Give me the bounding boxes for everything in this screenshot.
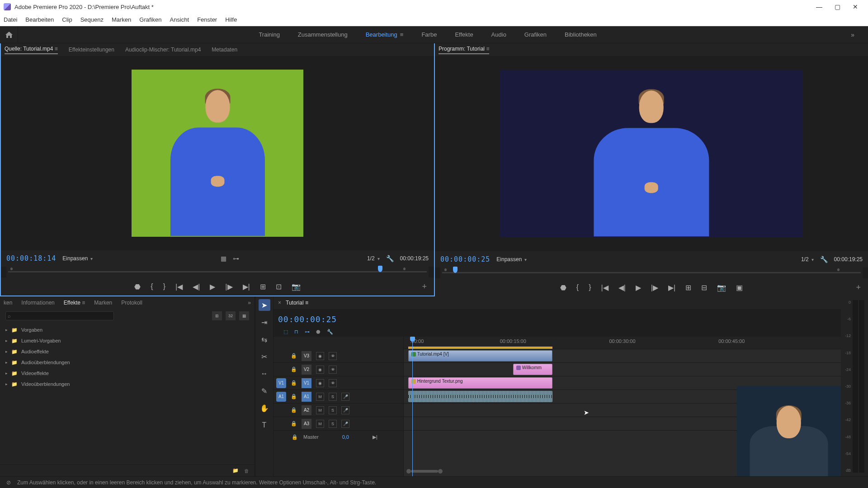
source-timecode[interactable]: 00:00:18:14 (6, 254, 56, 263)
tree-item-videoueberblendungen[interactable]: ▸📁Videoüberblendungen (4, 379, 251, 389)
tab-audio-mixer[interactable]: Audioclip-Mischer: Tutorial.mp4 (125, 47, 201, 53)
lift-icon[interactable]: ⊞ (685, 283, 691, 292)
mark-out-icon[interactable]: } (589, 283, 591, 291)
wrench-icon[interactable]: 🔧 (820, 256, 828, 263)
mark-out-icon[interactable]: } (163, 282, 165, 291)
menu-datei[interactable]: Datei (4, 16, 17, 23)
tab-ken[interactable]: ken (4, 300, 12, 306)
menu-ansicht[interactable]: Ansicht (170, 16, 189, 23)
tree-item-videoeffekte[interactable]: ▸📁Videoeffekte (4, 368, 251, 379)
track-header-a1[interactable]: A1🔒A1MS🎤 (274, 390, 403, 404)
tab-marken[interactable]: Marken (94, 300, 112, 306)
menu-sequenz[interactable]: Sequenz (80, 16, 104, 23)
clip-hintergrund[interactable]: Hintergrund Textur.png (408, 377, 552, 389)
insert-sequence-icon[interactable]: ⬚ (283, 329, 288, 335)
selection-tool[interactable]: ➤ (259, 299, 270, 311)
go-to-in-icon[interactable]: |◀ (601, 283, 609, 292)
panel-overflow-icon[interactable]: » (248, 300, 251, 306)
tab-protokoll[interactable]: Protokoll (121, 300, 142, 306)
type-tool[interactable]: T (259, 419, 270, 431)
timeline-timecode[interactable]: 00:00:00:25 (278, 314, 337, 324)
comparison-view-icon[interactable]: ▣ (736, 283, 743, 292)
zoom-scroll-left[interactable] (406, 469, 411, 474)
workspace-farbe[interactable]: Farbe (421, 31, 437, 38)
step-forward-icon[interactable]: |▶ (225, 282, 232, 291)
tab-effect-controls[interactable]: Effekteinstellungen (69, 47, 114, 53)
snap-icon[interactable]: ⊓ (294, 329, 298, 335)
timeline-settings-icon[interactable]: 🔧 (327, 329, 333, 335)
new-bin-icon[interactable]: 📁 (232, 468, 239, 474)
workspace-effekte[interactable]: Effekte (455, 31, 473, 38)
source-scrub-bar[interactable] (6, 267, 429, 277)
workspace-zusammenstellung[interactable]: Zusammenstellung (298, 31, 348, 38)
track-select-tool[interactable]: ⇥ (259, 316, 270, 328)
workspace-training[interactable]: Training (259, 31, 279, 38)
workspace-overflow-icon[interactable]: » (851, 31, 854, 38)
timeline-playhead[interactable] (412, 337, 413, 476)
track-header-v1[interactable]: V1🔒V1◉👁 (274, 376, 403, 390)
track-v3[interactable]: Tutorial.mp4 [V] (404, 349, 841, 363)
tab-metadata[interactable]: Metadaten (212, 47, 237, 53)
workspace-grafiken[interactable]: Grafiken (524, 31, 547, 38)
program-scrub-bar[interactable] (440, 267, 863, 278)
step-back-icon[interactable]: ◀| (193, 282, 200, 291)
time-ruler[interactable]: :00:00 00:00:15:00 00:00:30:00 00:00:45:… (404, 337, 841, 349)
export-frame-icon[interactable]: 📷 (717, 283, 726, 292)
workspace-audio[interactable]: Audio (491, 31, 506, 38)
menu-bearbeiten[interactable]: Bearbeiten (25, 16, 54, 23)
extract-icon[interactable]: ⊟ (701, 283, 707, 292)
track-header-v3[interactable]: 🔒V3◉👁 (274, 349, 403, 363)
track-v2[interactable]: Willkomm (404, 363, 841, 376)
source-res-select[interactable]: 1/2▾ (367, 255, 380, 262)
wrench-icon[interactable]: 🔧 (386, 255, 394, 262)
menu-clip[interactable]: Clip (62, 16, 72, 23)
tree-item-vorgaben[interactable]: ▸📁Vorgaben (4, 324, 251, 335)
tree-item-lumetri[interactable]: ▸📁Lumetri-Vorgaben (4, 335, 251, 346)
add-marker-icon[interactable]: ⬣ (560, 283, 566, 292)
button-editor-icon[interactable]: + (422, 282, 427, 291)
track-header-master[interactable]: 🔒Master0,0▶| (274, 431, 403, 443)
zoom-scroll-right[interactable] (438, 469, 443, 474)
close-sequence-icon[interactable]: × (278, 300, 281, 306)
tree-item-audioeffekte[interactable]: ▸📁Audioeffekte (4, 346, 251, 357)
menu-marken[interactable]: Marken (112, 16, 131, 23)
source-monitor-view[interactable] (1, 56, 434, 250)
menu-grafiken[interactable]: Grafiken (139, 16, 161, 23)
step-back-icon[interactable]: ◀| (618, 283, 626, 292)
track-header-a2[interactable]: 🔒A2MS🎤 (274, 404, 403, 417)
mark-in-icon[interactable]: { (576, 283, 579, 291)
go-to-out-icon[interactable]: ▶| (668, 283, 675, 292)
insert-icon[interactable]: ⊞ (260, 282, 266, 291)
hand-tool[interactable]: ✋ (259, 402, 270, 414)
clip-tutorial-v3[interactable]: Tutorial.mp4 [V] (408, 350, 552, 361)
accelerated-effects-icon[interactable]: ⊞ (212, 311, 222, 320)
program-timecode[interactable]: 00:00:00:25 (440, 255, 490, 263)
linked-selection-icon[interactable]: ⊶ (305, 329, 310, 335)
program-res-select[interactable]: 1/2▾ (801, 256, 814, 263)
drag-audio-icon[interactable]: ⊶ (233, 255, 239, 262)
sequence-tab[interactable]: Tutorial ≡ (286, 300, 308, 306)
maximize-button[interactable]: ▢ (828, 3, 846, 10)
home-button[interactable] (0, 26, 18, 43)
minimize-button[interactable]: — (810, 3, 828, 10)
clip-audio-a1[interactable] (408, 391, 552, 402)
go-to-out-icon[interactable]: ▶| (243, 282, 250, 291)
close-button[interactable]: ✕ (846, 3, 864, 10)
slip-tool[interactable]: ↔ (259, 368, 270, 380)
tab-effekte[interactable]: Effekte ≡ (64, 300, 85, 306)
overwrite-icon[interactable]: ⊡ (276, 282, 282, 291)
delete-icon[interactable]: 🗑 (244, 468, 249, 474)
workspace-bibliotheken[interactable]: Bibliotheken (565, 31, 597, 38)
32bit-icon[interactable]: 32 (226, 311, 236, 320)
ripple-edit-tool[interactable]: ⇆ (259, 333, 270, 345)
add-marker-icon[interactable]: ⬣ (134, 282, 141, 291)
go-to-in-icon[interactable]: |◀ (175, 282, 183, 291)
tree-item-audioueberblendungen[interactable]: ▸📁Audioüberblendungen (4, 357, 251, 368)
program-zoom-select[interactable]: Einpassen▾ (496, 256, 527, 263)
menu-hilfe[interactable]: Hilfe (225, 16, 237, 23)
tab-program[interactable]: Programm: Tutorial ≡ (439, 46, 489, 54)
button-editor-icon[interactable]: + (856, 283, 861, 292)
razor-tool[interactable]: ✂ (259, 351, 270, 362)
tab-source[interactable]: Quelle: Tutorial.mp4 ≡ (5, 46, 58, 54)
source-zoom-select[interactable]: Einpassen▾ (62, 255, 93, 262)
